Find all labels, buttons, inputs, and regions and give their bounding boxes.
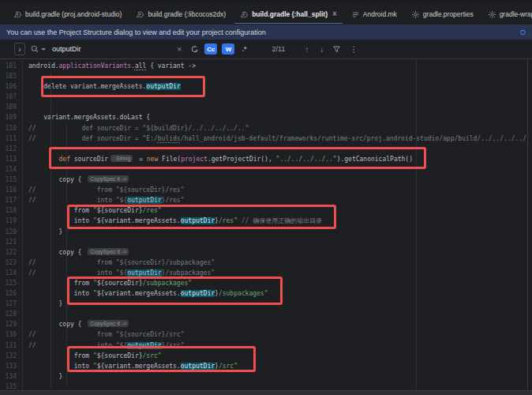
code-line-108[interactable]: 108 <box>0 102 527 112</box>
line-number: 127 <box>0 299 23 309</box>
line-number: 110 <box>0 123 23 134</box>
line-number: 130 <box>0 329 23 340</box>
tab-label: gradle.properties <box>423 10 474 18</box>
code-text: // from "${sourceDir}/res" <box>23 185 184 195</box>
inlay-hint: CopySpec it -> <box>88 175 129 182</box>
editor-scrollbar-area[interactable] <box>527 59 532 390</box>
notification-banner: You can use the Project Structure dialog… <box>0 24 532 40</box>
code-editor[interactable]: 101android.applicationVariants.all { var… <box>0 59 527 390</box>
tab-build-gradle-libcocos2dx-[interactable]: build.gradle (:libcocos2dx) <box>129 5 233 24</box>
gradle-icon <box>13 10 22 19</box>
search-input[interactable]: outputDir <box>52 45 170 53</box>
line-number: 109 <box>0 112 23 122</box>
banner-link[interactable]: O <box>520 28 526 36</box>
line-number: 115 <box>0 175 23 185</box>
previous-match-button[interactable]: ↑ <box>305 45 309 54</box>
code-text: android.applicationVariants.all { varian… <box>23 61 196 71</box>
match-case-toggle[interactable]: Cc <box>204 43 217 55</box>
code-line-121[interactable]: 121 <box>0 237 527 247</box>
code-line-134[interactable]: 134 } <box>0 371 527 382</box>
tab-android-mk[interactable]: Android.mk <box>344 5 404 24</box>
line-number: 135 <box>0 382 23 390</box>
code-text: copy { CopySpec it -> <box>23 319 131 329</box>
tab-label: Android.mk <box>363 10 397 18</box>
code-text: // from "${sourceDir}/src" <box>23 329 184 340</box>
annotation-red-box-4 <box>67 276 283 305</box>
tab-label: build.gradle (proj.android-studio) <box>25 10 122 18</box>
gear-icon <box>411 10 420 19</box>
code-line-128[interactable]: 128 <box>0 309 527 319</box>
tab-build-gradle-proj-android-studio-[interactable]: build.gradle (proj.android-studio) <box>6 5 129 24</box>
code-text: // def sourceDir = "E:/bulids/hall_andro… <box>23 134 527 144</box>
code-text: // from "${sourceDir}/subpackages" <box>23 258 215 268</box>
find-toolbar: › outputDir × Cc W .* 2/11 ↑ ↓ ⋮ <box>0 40 532 59</box>
code-line-101[interactable]: 101android.applicationVariants.all { var… <box>0 61 527 71</box>
close-tab-icon[interactable]: × <box>332 10 337 18</box>
code-text: } <box>23 299 62 309</box>
indent-guide <box>51 72 51 388</box>
line-number: 118 <box>0 205 23 216</box>
line-number: 123 <box>0 258 23 268</box>
line-number: 134 <box>0 371 23 382</box>
status-bar-strip <box>0 390 532 395</box>
inlay-hint: CopySpec it -> <box>88 320 129 327</box>
banner-text: You can use the Project Structure dialog… <box>6 28 520 36</box>
inlay-hint: CopySpec it -> <box>88 248 129 255</box>
line-number: 133 <box>0 361 23 371</box>
line-number: 117 <box>0 195 23 205</box>
code-text: } <box>23 227 62 237</box>
search-icon[interactable] <box>30 44 46 54</box>
line-number: 105 <box>0 71 23 81</box>
tab-label: gradle-wrapper.prop <box>500 10 532 18</box>
next-match-button[interactable]: ↓ <box>320 45 324 54</box>
code-line-130[interactable]: 130// from "${sourceDir}/src" <box>0 329 527 340</box>
filter-icon[interactable] <box>332 45 341 54</box>
annotation-red-box-3 <box>67 205 336 229</box>
line-number: 129 <box>0 319 23 329</box>
code-text: // def sourceDir = "${buildDir}/../../..… <box>23 123 249 134</box>
line-number: 106 <box>0 81 23 92</box>
words-toggle[interactable]: W <box>222 43 234 55</box>
code-line-135[interactable]: 135 <box>0 382 527 390</box>
match-count: 2/11 <box>272 45 285 53</box>
code-line-110[interactable]: 110// def sourceDir = "${buildDir}/../..… <box>0 123 527 134</box>
code-line-109[interactable]: 109 variant.mergeAssets.doLast { <box>0 112 527 122</box>
annotation-red-box-2 <box>49 147 426 169</box>
code-line-116[interactable]: 116// from "${sourceDir}/res" <box>0 185 527 195</box>
code-line-122[interactable]: 122 copy { CopySpec it -> <box>0 247 527 258</box>
line-number: 132 <box>0 351 23 361</box>
line-number: 111 <box>0 134 23 144</box>
line-number: 113 <box>0 154 23 164</box>
right-margin-guide <box>416 59 417 390</box>
clear-search-icon[interactable]: × <box>177 45 182 54</box>
android-studio-window: build.gradle (proj.android-studio)build.… <box>0 0 532 395</box>
tab-label: build.gradle (:libcocos2dx) <box>148 10 226 18</box>
line-number: 128 <box>0 309 23 319</box>
code-line-111[interactable]: 111// def sourceDir = "E:/bulids/hall_an… <box>0 134 527 144</box>
insert-newline-icon[interactable] <box>190 45 199 54</box>
line-number: 116 <box>0 185 23 195</box>
tab-gradle-wrapper-prop[interactable]: gradle-wrapper.prop <box>481 5 532 24</box>
line-number: 119 <box>0 216 23 226</box>
code-line-129[interactable]: 129 copy { CopySpec it -> <box>0 319 527 329</box>
expand-replace-toggle[interactable]: › <box>14 43 25 55</box>
tab-build-gradle-hall-split-[interactable]: build.gradle (:hall_split)× <box>233 5 344 24</box>
gradle-icon <box>136 10 144 19</box>
annotation-red-box-1 <box>41 76 205 97</box>
code-line-123[interactable]: 123// from "${sourceDir}/subpackages" <box>0 258 527 268</box>
line-number: 131 <box>0 340 23 351</box>
more-options-icon[interactable]: ⋮ <box>350 45 358 54</box>
gear-icon <box>488 10 496 19</box>
regex-toggle[interactable]: .* <box>242 45 246 53</box>
tab-gradle-properties[interactable]: gradle.properties <box>404 5 481 24</box>
line-number: 122 <box>0 247 23 258</box>
line-number: 120 <box>0 227 23 237</box>
code-line-115[interactable]: 115 copy { CopySpec it -> <box>0 175 527 185</box>
line-number: 112 <box>0 144 23 154</box>
line-number: 124 <box>0 268 23 278</box>
code-text: variant.mergeAssets.doLast { <box>23 112 150 122</box>
line-number: 108 <box>0 102 23 112</box>
code-text: copy { CopySpec it -> <box>23 247 131 258</box>
search-options-caret-icon <box>41 48 46 51</box>
file-icon <box>351 10 360 19</box>
